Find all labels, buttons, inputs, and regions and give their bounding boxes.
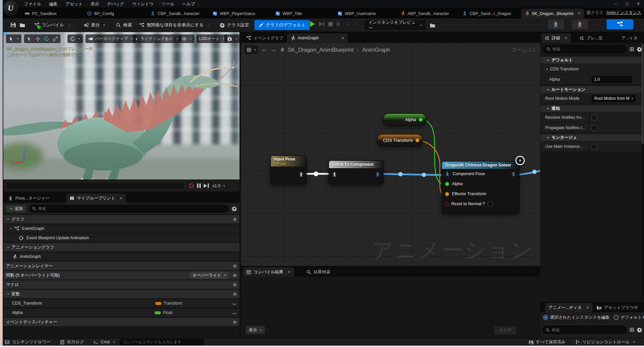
frame-advance-button[interactable] xyxy=(319,22,324,26)
section-event-dispatchers[interactable]: イベントディスパッチャー⊕ xyxy=(3,318,239,327)
add-layer-icon[interactable]: ⊕ xyxy=(233,263,237,269)
class-settings-button[interactable]: クラス設定 xyxy=(218,20,251,30)
section-animation-layers[interactable]: アニメーションレイヤー⊕ xyxy=(3,262,239,271)
record-button[interactable] xyxy=(188,182,195,190)
anim-preview-search-input[interactable] xyxy=(552,328,623,332)
lod-dropdown[interactable]: LODオート▾ xyxy=(196,34,227,43)
animgraph-canvas[interactable]: ▾ ← → SK_Dragon_AnimBlueprint › AnimGrap… xyxy=(241,43,540,266)
pause-button[interactable] xyxy=(195,182,202,190)
receive-notifies-checkbox[interactable] xyxy=(592,115,597,120)
tab-cbp-sandbox-character[interactable]: CBP_Sandb...haracter xyxy=(147,9,203,18)
section-animation-graphs[interactable]: ▾アニメーショングラフ xyxy=(3,243,239,252)
section-root-motion[interactable]: ▼ルートモーション xyxy=(540,86,641,93)
add-macro-icon[interactable]: ⊕ xyxy=(233,282,237,287)
details-search[interactable] xyxy=(543,45,627,53)
use-main-instance-checkbox[interactable] xyxy=(592,144,597,149)
parent-class-link[interactable]: Animインスタンス xyxy=(606,10,641,16)
tab-close-icon[interactable]: ✕ xyxy=(341,36,344,40)
playback-speed-dropdown[interactable]: x1.0▾ xyxy=(212,184,225,188)
tab-abp-sandbox-character[interactable]: ABP_Sandb...haracter xyxy=(397,9,452,18)
pin-pose-output[interactable] xyxy=(299,172,304,177)
add-dispatcher-icon[interactable]: ⊕ xyxy=(233,319,237,325)
details-settings-gear-icon[interactable] xyxy=(637,47,642,52)
node-input-pose[interactable]: Input Pose InPose xyxy=(271,155,307,184)
override-dropdown[interactable]: オーバーライド▾ xyxy=(190,272,228,279)
browse-preview-icon[interactable] xyxy=(430,22,436,28)
rotate-icon[interactable] xyxy=(44,36,49,41)
eye-closed-icon[interactable] xyxy=(232,301,237,306)
menu-view[interactable]: 表示 xyxy=(87,0,103,8)
nav-back-icon[interactable]: ← xyxy=(262,46,267,53)
tab-bp-config[interactable]: BP_Config xyxy=(84,9,118,18)
screenshot-dropdown[interactable]: ▾ xyxy=(224,34,239,43)
tab-sk-dragon-blueprint[interactable]: SK_Dragon...Blueprint✕ xyxy=(521,9,584,18)
details-scrollbar[interactable] xyxy=(642,44,643,144)
row-eventgraph[interactable]: ▾EventGraph xyxy=(3,224,239,233)
menu-asset[interactable]: アセット xyxy=(61,0,87,8)
add-graph-icon[interactable]: ⊕ xyxy=(233,217,237,222)
pin-float-output[interactable] xyxy=(419,117,423,122)
add-variable-icon[interactable]: ⊕ xyxy=(233,291,237,297)
root-motion-mode-dropdown[interactable]: Root Motion from M▾ xyxy=(592,95,636,102)
section-macros[interactable]: マクロ⊕ xyxy=(3,280,239,289)
menu-file[interactable]: ファイル xyxy=(20,0,45,8)
node-local-to-component[interactable]: Local To Component xyxy=(329,160,383,184)
mesh-mode-button[interactable] xyxy=(572,19,588,29)
tab-animgraph[interactable]: AnimGraph✕ xyxy=(287,33,348,43)
add-button[interactable]: 追加 xyxy=(6,205,26,212)
pin-effector-input[interactable] xyxy=(445,192,449,196)
node-cds-transform-variable[interactable]: CDS Transform xyxy=(377,134,423,146)
tab-compile-results[interactable]: コンパイル結果✕ xyxy=(243,267,294,277)
simulate-button[interactable] xyxy=(337,21,341,27)
save-all-status[interactable]: すべて保存済み xyxy=(523,338,570,346)
show-flags-dropdown[interactable]: ▾ xyxy=(179,34,194,43)
section-graphs[interactable]: ▾グラフ⊕ xyxy=(3,215,239,224)
tab-close-icon[interactable]: ✕ xyxy=(578,11,581,16)
menu-debug[interactable]: デバッグ xyxy=(103,0,128,8)
select-icon[interactable] xyxy=(27,36,32,41)
output-log-button[interactable]: 出力ログ xyxy=(55,338,89,346)
pin-component-pose-output[interactable] xyxy=(375,172,380,177)
console-command[interactable] xyxy=(119,339,204,345)
tab-asset-editor[interactable]: ア...イタ xyxy=(618,33,641,43)
console-command-input[interactable] xyxy=(123,340,201,344)
find-button[interactable]: 検索 xyxy=(114,20,134,30)
tab-pose-manager[interactable]: Pose...ネージャー xyxy=(5,194,53,203)
pin-component-pose-output[interactable] xyxy=(511,171,516,177)
eye-closed-icon[interactable] xyxy=(232,310,237,315)
tab-eventgraph[interactable]: イベントグラフ xyxy=(243,33,287,43)
play-button[interactable] xyxy=(310,21,315,27)
graph-view-options[interactable]: ▾ xyxy=(244,45,258,54)
row-var-alpha[interactable]: Alpha Float xyxy=(3,308,239,317)
section-functions[interactable]: 関数 (5 オーバーライド可能) オーバーライド▾ ⊕ xyxy=(3,271,239,280)
move-icon[interactable] xyxy=(35,36,40,41)
tab-preview-settings[interactable]: プレ...定 xyxy=(576,33,606,43)
menu-window[interactable]: ウィンドウ xyxy=(128,0,158,8)
browse-asset-icon[interactable] xyxy=(19,22,25,28)
tab-wbp-playerstatus[interactable]: WBP_PlayerStatus xyxy=(209,9,259,18)
step-forward-button[interactable] xyxy=(202,182,210,190)
breadcrumb-root[interactable]: SK_Dragon_AnimBlueprint xyxy=(288,47,354,53)
class-defaults-button[interactable]: クラスのデフォルト xyxy=(255,20,310,30)
tab-my-blueprint[interactable]: マイブループリント✕ xyxy=(66,194,126,203)
node-dragonik-solver[interactable]: DragonIK Chinese Dragon Solver Component… xyxy=(442,161,519,213)
row-event-update-animation[interactable]: Event Blueprint Update Animation xyxy=(3,234,239,243)
tab-pc-sandbox[interactable]: PC_Sandbox xyxy=(21,9,60,18)
hide-unrelated-options-icon[interactable]: ⋮ xyxy=(206,23,212,28)
snap-dropdown[interactable]: ▾ xyxy=(67,34,83,43)
compile-options-icon[interactable]: ⋮ xyxy=(66,23,73,28)
tab-close-icon[interactable]: ✕ xyxy=(288,270,291,274)
close-button[interactable]: ✕ xyxy=(633,0,644,8)
content-drawer-button[interactable]: コンテンツドロワー xyxy=(0,338,55,346)
preview-instance-dropdown[interactable]: インスタンスをプレビュー▾ xyxy=(365,21,426,30)
save-icon[interactable] xyxy=(10,22,16,28)
maximize-button[interactable]: ▢ xyxy=(621,0,633,8)
hide-unrelated-button[interactable]: 無関係な項目を非表示にする⋮ xyxy=(137,20,214,30)
node-alpha-variable[interactable]: Alpha xyxy=(383,113,426,125)
menu-tools[interactable]: ツール xyxy=(157,0,178,8)
gizmo-mode-dropdown[interactable]: ▾ xyxy=(6,34,21,43)
blueprint-mode-button[interactable] xyxy=(607,19,633,29)
anim-preview-search[interactable] xyxy=(542,326,627,334)
stop-button[interactable] xyxy=(328,22,333,26)
breadcrumb-current[interactable]: AnimGraph xyxy=(362,47,390,53)
